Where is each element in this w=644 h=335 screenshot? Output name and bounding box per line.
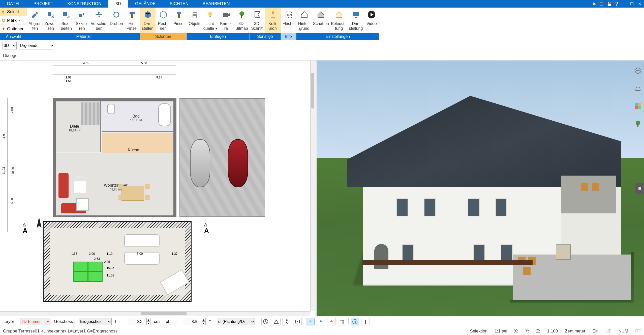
dim-label: 4.90 <box>2 132 6 138</box>
ribbon-schatten2[interactable]: Schatten <box>312 8 330 33</box>
ribbon-objekt[interactable]: Objekt <box>187 8 202 33</box>
svg-rect-11 <box>196 16 197 18</box>
scrollbar-horizontal[interactable] <box>0 311 310 316</box>
palette-icon[interactable] <box>633 101 643 111</box>
save-icon[interactable]: 💾 <box>606 1 613 7</box>
area-icon: m² <box>283 9 294 20</box>
ribbon-label: Fläche <box>283 21 295 26</box>
dim-label: 1.37 <box>172 252 177 256</box>
ribbon-3dschnitt[interactable]: 3D-Schnitt <box>250 8 265 33</box>
3d-view[interactable]: ≡ <box>317 61 644 316</box>
ribbon-lichtquelle[interactable]: Licht-quelle ▾ <box>202 8 218 33</box>
close-icon[interactable]: ✕ <box>636 1 643 7</box>
selected-object[interactable] <box>74 272 87 281</box>
perspective-icon[interactable] <box>272 318 281 325</box>
north-arrow-icon <box>35 217 43 232</box>
optionen-button[interactable]: + Optionen <box>0 25 27 33</box>
menu-gelaende[interactable]: GELÄNDE <box>128 0 163 8</box>
layers-icon[interactable] <box>633 66 643 76</box>
expand-panel-tab[interactable]: ≡ <box>635 183 644 194</box>
layer-select[interactable]: 2D-Elemen <box>20 318 50 325</box>
menu-3d[interactable]: 3D <box>108 0 128 8</box>
ribbon-kollision[interactable]: Kolli-sion <box>265 8 281 33</box>
selected-object[interactable] <box>88 262 102 271</box>
room-area-diele: 18,14 m² <box>69 129 80 132</box>
menu-bearbeiten[interactable]: BEARBEITEN <box>196 0 237 8</box>
selected-object[interactable] <box>88 272 102 281</box>
selected-object[interactable] <box>74 262 87 271</box>
svg-rect-2 <box>63 12 67 16</box>
cube-icon <box>142 9 153 20</box>
info-icon[interactable] <box>361 318 370 325</box>
ribbon-abgreifen[interactable]: Abgrei-fen <box>27 8 43 33</box>
ribbon-zuweisen[interactable]: Zuwei-sen <box>43 8 58 33</box>
dialog-bar: Dialoge: <box>0 51 644 61</box>
ribbon-darstellung[interactable]: Dar-stellung <box>348 8 364 33</box>
dim-label: 1.65 <box>71 252 77 256</box>
ribbon-label: Kolli- <box>268 21 278 26</box>
terrain-select[interactable]: Urgelände <box>19 42 54 49</box>
shade-flat-icon[interactable] <box>306 318 315 325</box>
ribbon-3dbitmap[interactable]: 3D-Bitmap <box>234 8 250 33</box>
ribbon-beleuchtung[interactable]: Beleuch-tung <box>330 8 348 33</box>
ribbon-hintergrund[interactable]: Hinter-grund <box>296 8 312 33</box>
mark-button[interactable]: Mark. ▾ <box>0 16 27 25</box>
ribbon-flaeche[interactable]: m²Fläche <box>281 8 296 33</box>
svg-rect-37 <box>365 320 366 321</box>
ribbon-kamera[interactable]: Kame-ra <box>218 8 234 33</box>
mode-select[interactable]: dl (Richtung/Di <box>217 318 255 325</box>
camera-icon <box>221 9 232 20</box>
ribbon-rechnen[interactable]: Rech-nen <box>156 8 171 33</box>
l-stepper[interactable]: ▲▼ <box>146 318 150 325</box>
menu-projekt[interactable]: PROJEKT <box>26 0 60 8</box>
menu-konstruktion[interactable]: KONSTRUKTION <box>60 0 108 8</box>
floorplan-view[interactable]: 4.65 5.60 1.01 1.51 9.17 2.00 4.90 11.03… <box>0 61 315 316</box>
ribbon-label: Abgrei- <box>28 21 42 26</box>
menu-datei[interactable]: DATEI <box>0 0 26 8</box>
ribbon-bearbeiten[interactable]: Bear-beiten <box>58 8 74 33</box>
status-ein: Ein <box>592 329 599 334</box>
ribbon-darstellen[interactable]: Dar-stellen <box>140 8 156 33</box>
grid-icon[interactable] <box>338 318 346 325</box>
help-icon[interactable]: ❔ <box>613 1 620 7</box>
walkthrough-icon[interactable] <box>283 318 291 325</box>
l-input[interactable] <box>128 318 143 325</box>
menu-sichten[interactable]: SICHTEN <box>163 0 196 8</box>
cube-outline-icon <box>158 9 169 20</box>
shade-solid-icon[interactable] <box>317 318 325 325</box>
svg-rect-30 <box>637 124 638 127</box>
view-mode-select[interactable]: 3D <box>3 42 17 49</box>
tools-icon[interactable]: ✖ <box>591 1 598 7</box>
ribbon-pinsel[interactable]: Pinsel <box>171 8 187 33</box>
maximize-icon[interactable]: ☐ <box>628 1 635 7</box>
shade-texture-icon[interactable] <box>327 318 336 325</box>
ribbon-label: Kame- <box>220 21 232 26</box>
panels-icon[interactable]: ❏ <box>598 1 605 7</box>
north-icon[interactable]: N <box>351 318 359 325</box>
room-area-bad: 14,12 m² <box>130 119 142 122</box>
ribbon-video[interactable]: Video <box>364 8 379 33</box>
dim-label: 11.03 <box>2 167 6 175</box>
ribbon-drehen[interactable]: Drehen <box>109 8 124 33</box>
clock-icon[interactable] <box>261 318 270 325</box>
phi-unit: ° <box>209 319 211 324</box>
minimize-icon[interactable]: – <box>621 1 628 7</box>
screenshot-icon[interactable] <box>293 318 302 325</box>
ribbon-skalieren[interactable]: Skalie-ren <box>74 8 90 33</box>
ribbon-hinpinsel[interactable]: Hin.Pinsel <box>124 8 140 33</box>
style-icon[interactable] <box>633 83 643 93</box>
dim-label: 6.00 <box>10 198 14 204</box>
phi-input[interactable] <box>183 318 198 325</box>
status-bar: Gruppe Terrasse01 <Unbekannt> L=Layer1 G… <box>0 327 644 335</box>
scrollbar-vertical[interactable] <box>310 61 315 311</box>
tree-icon[interactable] <box>633 119 643 129</box>
geschoss-select[interactable]: Erdgeschos <box>79 318 112 325</box>
ribbon-label: Bitmap <box>235 26 248 31</box>
svg-rect-21 <box>355 17 357 18</box>
car-grey <box>190 139 210 187</box>
selekt-button[interactable]: Selekt <box>0 8 27 16</box>
phi-stepper[interactable]: ▲▼ <box>202 318 206 325</box>
svg-text:m²: m² <box>287 13 291 17</box>
ribbon-verschieben[interactable]: Verschie-ben <box>90 8 109 33</box>
mark-label: Mark. <box>7 18 18 23</box>
